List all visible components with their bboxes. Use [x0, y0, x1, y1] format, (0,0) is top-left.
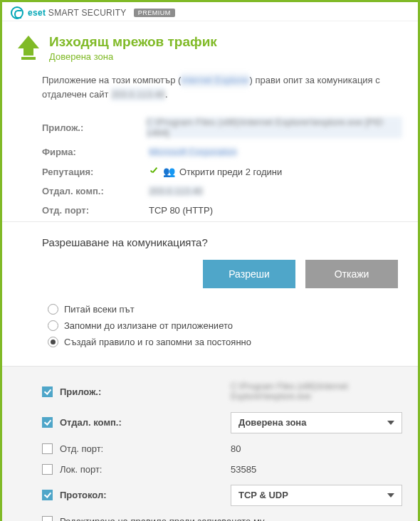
radio-remember-until-quit[interactable] [48, 320, 58, 331]
checkbox-rule-remote[interactable] [42, 417, 53, 428]
select-protocol[interactable]: TCP & UDP [231, 485, 402, 506]
deny-button[interactable]: Откажи [305, 260, 398, 288]
rule-app-label: Прилож.: [60, 386, 224, 397]
allow-button[interactable]: Разреши [203, 260, 295, 288]
question-text: Разрешаване на комуникацията? [42, 236, 402, 248]
dialog-header: Изходящ мрежов трафик Доверена зона [2, 21, 418, 69]
firewall-dialog: eset SMART SECURITY PREMIUM Изходящ мреж… [0, 0, 420, 521]
value-remote-port: TCP 80 (HTTP) [149, 205, 213, 216]
rule-section: Прилож.: C:\Program Files (x86)\Internet… [2, 366, 418, 521]
outgoing-arrow-icon [18, 36, 39, 60]
rule-app-value: C:\Program Files (x86)\Internet Explorer… [231, 381, 402, 402]
checkbox-rule-local-port[interactable] [42, 464, 53, 475]
rule-remote-port-value: 80 [231, 443, 402, 454]
check-icon [149, 167, 159, 177]
details-table: Прилож.: C:\Program Files (x86)\Internet… [2, 111, 418, 221]
label-reputation: Репутация: [42, 167, 149, 177]
radio-ask-label: Питай всеки път [64, 304, 135, 315]
premium-badge: PREMIUM [134, 9, 175, 17]
edit-before-save-label: Редактиране на правило преди записването… [60, 516, 265, 521]
label-remote-computer: Отдал. комп.: [42, 186, 149, 196]
rule-local-port-label: Лок. порт: [60, 464, 224, 475]
radio-until-quit-label: Запомни до излизане от приложението [64, 320, 233, 331]
eset-logo-icon [11, 6, 23, 19]
chevron-down-icon [387, 421, 394, 425]
rule-remote-label: Отдал. комп.: [60, 417, 224, 428]
rule-remote-port-label: Отд. порт: [60, 443, 224, 454]
decision-section: Разрешаване на комуникацията? Разреши От… [2, 221, 418, 366]
value-remote-computer: 203.0.113.40 [149, 186, 203, 196]
community-icon: 👥 [163, 166, 175, 177]
radio-ask-every-time[interactable] [48, 304, 58, 315]
label-application: Прилож.: [42, 122, 146, 133]
label-remote-port: Отд. порт: [42, 205, 149, 216]
checkbox-rule-protocol[interactable] [42, 490, 53, 500]
label-company: Фирма: [42, 147, 149, 157]
checkbox-rule-application[interactable] [42, 386, 53, 397]
rule-protocol-label: Протокол: [60, 490, 224, 500]
value-application: C:\Program Files (x86)\Internet Explorer… [146, 117, 402, 138]
chevron-down-icon [387, 493, 394, 498]
dialog-subtitle: Доверена зона [49, 51, 217, 62]
checkbox-edit-before-save[interactable] [42, 516, 53, 521]
titlebar: eset SMART SECURITY PREMIUM [2, 2, 418, 21]
radio-create-rule[interactable] [48, 337, 58, 347]
intro-app-blur: Internet Explorer [181, 73, 249, 88]
product-name: eset SMART SECURITY [28, 8, 127, 18]
select-remote-zone[interactable]: Доверена зона [231, 412, 402, 433]
radio-create-rule-label: Създай правило и го запомни за постоянно [64, 337, 251, 347]
checkbox-rule-remote-port[interactable] [42, 443, 53, 454]
rule-local-port-value: 53585 [231, 464, 402, 475]
intro-site-blur: 203.0.113.40 [111, 88, 165, 102]
dialog-title: Изходящ мрежов трафик [49, 34, 217, 50]
value-company[interactable]: Microsoft Corporation [149, 147, 237, 157]
remember-options: Питай всеки път Запомни до излизане от п… [42, 301, 402, 360]
value-reputation: Открити преди 2 години [179, 167, 282, 177]
intro-text: Приложение на този компютър (Internet Ex… [2, 69, 418, 111]
